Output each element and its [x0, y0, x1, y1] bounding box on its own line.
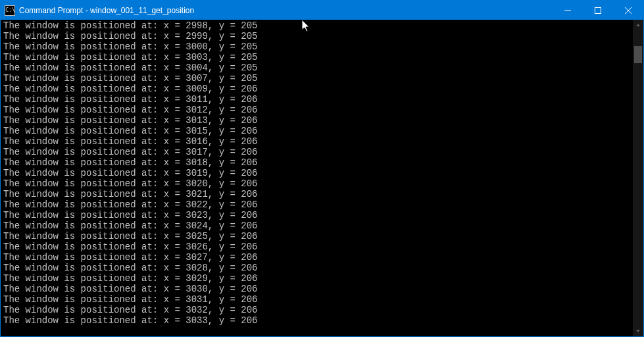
scroll-thumb[interactable] — [634, 46, 642, 63]
window-title: Command Prompt - window_001_11_get_posit… — [19, 6, 553, 15]
titlebar[interactable]: C:\ Command Prompt - window_001_11_get_p… — [1, 1, 643, 20]
console-area: The window is positioned at: x = 2998, y… — [1, 20, 643, 336]
maximize-button[interactable] — [583, 1, 613, 20]
minimize-button[interactable] — [553, 1, 583, 20]
console-output[interactable]: The window is positioned at: x = 2998, y… — [1, 20, 633, 336]
scroll-up-arrow-icon[interactable] — [633, 20, 643, 30]
svg-rect-0 — [595, 7, 601, 13]
command-prompt-window: C:\ Command Prompt - window_001_11_get_p… — [1, 1, 643, 336]
vertical-scrollbar[interactable] — [633, 20, 643, 336]
scroll-down-arrow-icon[interactable] — [633, 326, 643, 336]
close-button[interactable] — [613, 1, 643, 20]
window-controls — [553, 1, 643, 20]
cmd-icon: C:\ — [5, 5, 15, 16]
